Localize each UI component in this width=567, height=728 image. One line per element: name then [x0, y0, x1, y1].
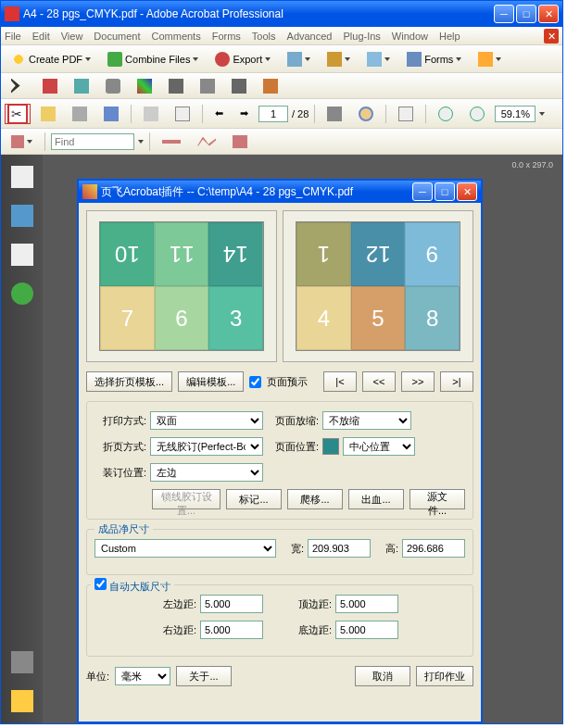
menu-file[interactable]: File	[5, 31, 21, 42]
top-margin-input[interactable]	[335, 595, 398, 613]
left-margin-input[interactable]	[200, 595, 263, 613]
bind-pos-label: 装订位置:	[94, 466, 146, 480]
start-meeting-button[interactable]	[281, 49, 317, 69]
nav-prev-button[interactable]: <<	[362, 371, 396, 392]
bind-pos-select[interactable]: 左边	[150, 463, 263, 482]
nav-last-button[interactable]: >|	[440, 371, 473, 392]
page-pos-icon[interactable]	[322, 438, 339, 455]
right-margin-input[interactable]	[200, 621, 263, 639]
page-number-input[interactable]	[258, 106, 288, 122]
secure-button[interactable]	[321, 49, 357, 69]
create-pdf-button[interactable]: Create PDF	[5, 49, 97, 69]
zoom-in-button[interactable]	[463, 104, 491, 124]
page-fit-select[interactable]: 不放缩	[322, 411, 411, 430]
page-preview-checkbox[interactable]	[249, 376, 261, 388]
menu-edit[interactable]: Edit	[32, 31, 50, 42]
next-page-button[interactable]: ➡	[233, 104, 255, 124]
sidebar-pages[interactable]	[11, 166, 33, 188]
text-tool[interactable]	[36, 76, 64, 96]
menu-view[interactable]: View	[61, 31, 83, 42]
optimize-tool[interactable]	[225, 76, 253, 96]
measure-icon	[11, 135, 24, 148]
unit-select[interactable]: 毫米	[115, 667, 170, 685]
combine-files-button[interactable]: Combine Files	[101, 49, 205, 69]
menu-plugins[interactable]: Plug-Ins	[343, 31, 380, 42]
movie-tool[interactable]	[162, 76, 190, 96]
cancel-button[interactable]: 取消	[355, 666, 410, 686]
finish-preset-select[interactable]: Custom	[94, 539, 276, 558]
email-button[interactable]	[137, 104, 165, 124]
find-input[interactable]	[51, 133, 134, 150]
menu-comments[interactable]: Comments	[152, 31, 201, 42]
bleed-button[interactable]: 出血...	[348, 489, 404, 509]
prev-page-button[interactable]: ⬅	[208, 104, 230, 124]
select-template-button[interactable]: 选择折页模板...	[86, 371, 172, 392]
save-button[interactable]	[97, 104, 125, 124]
dialog-maximize-button[interactable]: □	[435, 182, 455, 201]
menu-document[interactable]: Document	[94, 31, 140, 42]
distance-tool[interactable]	[156, 132, 187, 152]
about-button[interactable]: 关于...	[176, 666, 232, 686]
crop-tool[interactable]	[68, 76, 95, 96]
height-input[interactable]	[402, 539, 465, 558]
fold-mode-select[interactable]: 无线胶订(Perfect-Bound)	[150, 437, 263, 456]
marquee-zoom[interactable]	[392, 104, 420, 124]
dialog-close-button[interactable]: ✕	[457, 182, 477, 201]
open-button[interactable]	[34, 104, 62, 124]
perimeter-tool[interactable]	[191, 132, 222, 152]
measure-tool[interactable]	[5, 132, 39, 152]
export-button[interactable]: Export	[208, 49, 277, 69]
chevron-down-icon	[305, 57, 310, 61]
source-file-button[interactable]: 源文件...	[410, 489, 465, 509]
touchup-tool[interactable]	[257, 76, 284, 96]
close-doc-button[interactable]: ✕	[544, 29, 559, 44]
save-icon	[104, 107, 119, 121]
edit-template-button[interactable]: 编辑模板...	[178, 371, 244, 392]
maximize-button[interactable]: □	[516, 5, 536, 23]
3d-tool[interactable]	[131, 76, 158, 96]
sidebar-comments[interactable]	[11, 690, 33, 712]
sound-tool[interactable]	[194, 76, 221, 96]
print-button[interactable]	[66, 104, 94, 124]
link-tool[interactable]	[99, 76, 127, 96]
auto-layout-checkbox[interactable]	[94, 578, 107, 590]
select-tool[interactable]	[5, 76, 32, 96]
review-button[interactable]	[472, 49, 508, 69]
zoom-input[interactable]	[495, 106, 536, 122]
chevron-down-icon[interactable]	[138, 140, 144, 144]
minimize-button[interactable]: ─	[494, 5, 514, 23]
sidebar-help[interactable]	[11, 282, 33, 305]
sign-button[interactable]	[360, 49, 397, 69]
bottom-margin-input[interactable]	[335, 621, 398, 639]
menu-advanced[interactable]: Advanced	[287, 31, 333, 42]
forms-button[interactable]: Forms	[400, 49, 468, 69]
nav-first-button[interactable]: |<	[323, 371, 357, 392]
polyline-icon	[197, 137, 216, 146]
preview-front: 101114763	[86, 210, 277, 362]
dialog-minimize-button[interactable]: ─	[412, 182, 433, 201]
menu-forms[interactable]: Forms	[212, 31, 241, 42]
plugin-button[interactable]	[5, 104, 31, 124]
top-margin-label: 顶边距:	[267, 597, 332, 611]
menu-tools[interactable]: Tools	[252, 31, 276, 42]
zoom-out-button[interactable]	[432, 104, 460, 124]
sidebar-attachments[interactable]	[11, 651, 33, 673]
page-button[interactable]	[169, 104, 196, 124]
hand-tool[interactable]	[352, 104, 380, 124]
sidebar-signatures[interactable]	[11, 244, 33, 266]
print-mode-select[interactable]: 双面	[150, 411, 263, 430]
select-text-tool[interactable]	[321, 104, 348, 124]
close-button[interactable]: ✕	[538, 5, 559, 23]
menu-window[interactable]: Window	[392, 31, 428, 42]
menu-help[interactable]: Help	[439, 31, 460, 42]
area-tool[interactable]	[226, 132, 254, 152]
creep-button[interactable]: 爬移...	[287, 489, 343, 509]
preview-cell: 1	[296, 222, 351, 286]
nav-next-button[interactable]: >>	[401, 371, 435, 392]
sidebar-bookmarks[interactable]	[11, 205, 33, 227]
marks-button[interactable]: 标记...	[226, 489, 282, 509]
print-job-button[interactable]: 打印作业	[416, 666, 473, 686]
width-input[interactable]	[308, 539, 371, 558]
page-pos-select[interactable]: 中心位置	[343, 437, 415, 456]
chevron-down-icon[interactable]	[539, 112, 545, 116]
